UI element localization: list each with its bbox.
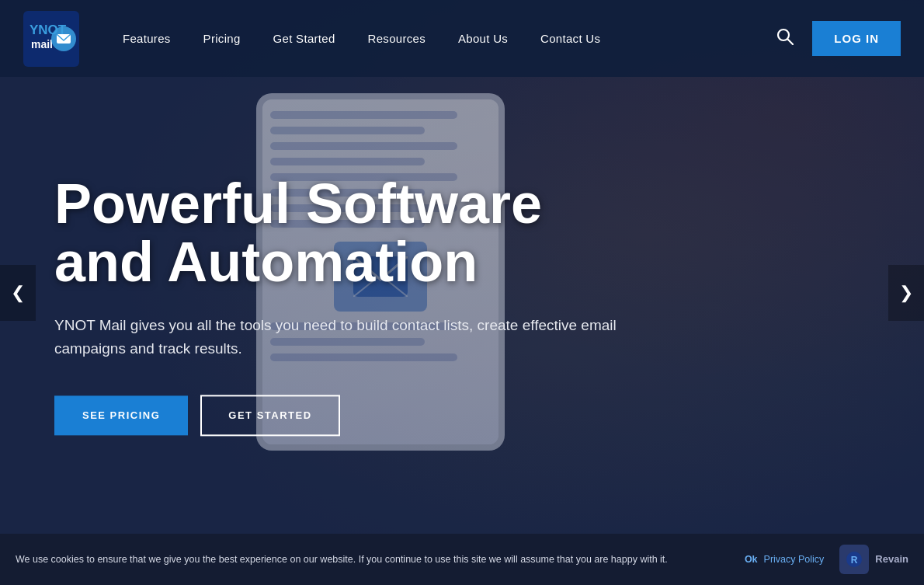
nav-features[interactable]: Features bbox=[110, 24, 183, 53]
svg-text:R: R bbox=[851, 555, 858, 566]
cookie-banner: We use cookies to ensure that we give yo… bbox=[0, 534, 924, 585]
hero-title: Powerful Software and Automation bbox=[54, 175, 629, 292]
nav-get-started[interactable]: Get Started bbox=[261, 24, 348, 53]
logo-icon: YNOT mail bbox=[23, 11, 79, 67]
cookie-privacy-link[interactable]: Privacy Policy bbox=[764, 552, 825, 567]
svg-line-9 bbox=[788, 40, 794, 45]
hero-subtitle: YNOT Mail gives you all the tools you ne… bbox=[54, 314, 629, 361]
search-icon[interactable] bbox=[770, 22, 800, 55]
nav-links: Features Pricing Get Started Resources A… bbox=[110, 24, 770, 53]
logo-area[interactable]: YNOT mail bbox=[23, 11, 79, 67]
cookie-ok-button[interactable]: Ok bbox=[745, 552, 758, 567]
nav-about-us[interactable]: About Us bbox=[446, 24, 520, 53]
nav-pricing[interactable]: Pricing bbox=[191, 24, 253, 53]
carousel-next-button[interactable]: ❯ bbox=[888, 265, 924, 321]
hero-buttons: SEE PRICING GET STARTED bbox=[54, 395, 629, 437]
nav-resources[interactable]: Resources bbox=[356, 24, 438, 53]
svg-text:mail: mail bbox=[31, 38, 53, 50]
nav-right: LOG IN bbox=[770, 21, 901, 56]
login-button[interactable]: LOG IN bbox=[812, 21, 901, 56]
nav-contact-us[interactable]: Contact Us bbox=[528, 24, 613, 53]
see-pricing-button[interactable]: SEE PRICING bbox=[54, 396, 188, 436]
hero-title-line2: and Automation bbox=[54, 231, 478, 293]
navbar: YNOT mail Features Pricing Get Started R… bbox=[0, 0, 924, 77]
cookie-text: We use cookies to ensure that we give yo… bbox=[16, 552, 732, 567]
hero-content: Powerful Software and Automation YNOT Ma… bbox=[54, 175, 629, 437]
get-started-button[interactable]: GET STARTED bbox=[200, 395, 339, 437]
revain-badge: R Revain bbox=[839, 545, 908, 574]
revain-text: Revain bbox=[875, 552, 908, 567]
carousel-prev-button[interactable]: ❮ bbox=[0, 265, 36, 321]
hero-title-line1: Powerful Software bbox=[54, 172, 542, 235]
revain-icon: R bbox=[839, 545, 869, 574]
